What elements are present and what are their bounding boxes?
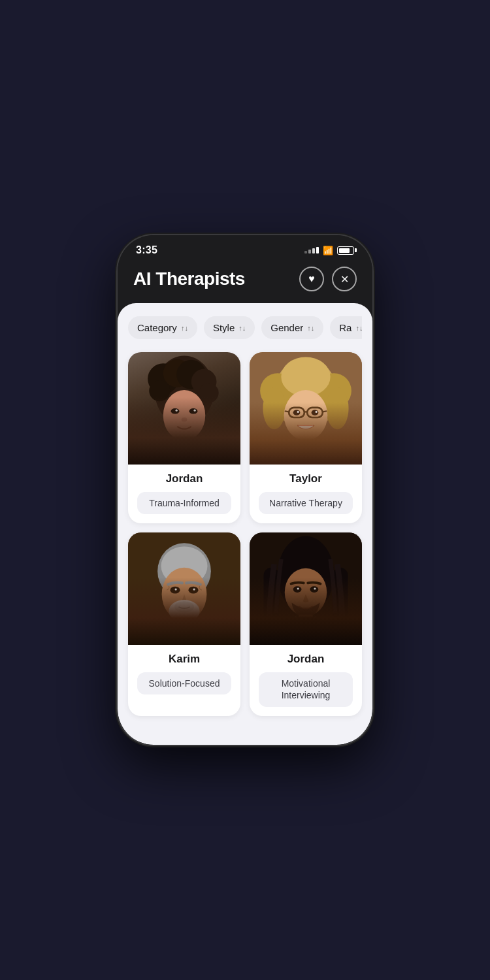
svg-point-50 bbox=[285, 568, 327, 616]
filter-style-label: Style bbox=[213, 322, 235, 333]
svg-point-37 bbox=[162, 568, 207, 621]
header: AI Therapists ♥ ✕ bbox=[118, 261, 372, 303]
svg-point-30 bbox=[297, 411, 299, 413]
svg-point-10 bbox=[176, 410, 178, 412]
therapist-info-karim: Karim Solution-Focused bbox=[128, 645, 240, 704]
close-icon: ✕ bbox=[340, 273, 349, 286]
therapist-name-jordan-f: Jordan bbox=[137, 472, 231, 485]
svg-point-36 bbox=[161, 547, 208, 586]
therapist-tag-jordan-m: Motivational Interviewing bbox=[259, 672, 353, 706]
therapist-name-taylor: Taylor bbox=[259, 472, 353, 485]
svg-point-29 bbox=[312, 410, 319, 416]
svg-point-20 bbox=[263, 387, 285, 430]
signal-icon bbox=[304, 247, 319, 253]
phone-inner: 3:35 📶 AI Therapists ♥ bbox=[118, 235, 372, 745]
header-actions: ♥ ✕ bbox=[299, 267, 357, 291]
therapist-photo-taylor bbox=[250, 352, 362, 465]
svg-rect-24 bbox=[307, 408, 323, 417]
therapist-info-jordan-m: Jordan Motivational Interviewing bbox=[250, 645, 362, 715]
filter-category-label: Category bbox=[137, 322, 177, 333]
svg-point-42 bbox=[169, 600, 199, 622]
therapist-card-taylor[interactable]: Taylor Narrative Therapy bbox=[250, 352, 362, 523]
therapist-tag-jordan-f: Trauma-Informed bbox=[137, 492, 231, 514]
svg-rect-32 bbox=[300, 438, 311, 448]
status-icons: 📶 bbox=[304, 246, 354, 255]
svg-point-56 bbox=[278, 627, 334, 645]
sort-icon-3: ↑↓ bbox=[307, 324, 314, 332]
status-time: 3:35 bbox=[136, 244, 157, 256]
face-svg-taylor bbox=[250, 352, 362, 465]
page-title: AI Therapists bbox=[133, 269, 245, 289]
svg-rect-55 bbox=[299, 615, 313, 625]
filter-gender[interactable]: Gender ↑↓ bbox=[261, 316, 323, 339]
svg-point-40 bbox=[174, 589, 176, 591]
filter-rating[interactable]: Ra ↑↓ bbox=[330, 316, 362, 339]
svg-point-31 bbox=[316, 411, 318, 413]
filter-rating-label: Ra bbox=[339, 322, 351, 333]
face-svg-karim bbox=[128, 532, 240, 645]
therapist-card-jordan-m[interactable]: Jordan Motivational Interviewing bbox=[250, 532, 362, 715]
svg-point-22 bbox=[284, 390, 328, 440]
svg-rect-44 bbox=[176, 619, 193, 629]
svg-point-8 bbox=[171, 408, 180, 414]
sort-icon-4: ↑↓ bbox=[355, 324, 362, 332]
therapist-photo-jordan-f bbox=[128, 352, 240, 465]
therapist-tag-karim: Solution-Focused bbox=[137, 672, 231, 694]
svg-point-54 bbox=[314, 588, 316, 590]
svg-point-28 bbox=[293, 410, 301, 416]
therapist-name-jordan-m: Jordan bbox=[259, 653, 353, 666]
svg-rect-23 bbox=[289, 408, 304, 417]
svg-point-45 bbox=[156, 627, 212, 645]
face-svg-jordan-f bbox=[128, 352, 240, 465]
filter-category[interactable]: Category ↑↓ bbox=[128, 316, 197, 339]
svg-point-39 bbox=[188, 587, 198, 594]
battery-icon bbox=[337, 246, 354, 255]
sort-icon-2: ↑↓ bbox=[238, 324, 246, 332]
svg-point-12 bbox=[182, 417, 188, 421]
therapist-grid: Jordan Trauma-Informed bbox=[128, 352, 362, 716]
svg-point-9 bbox=[189, 408, 198, 414]
filter-row: Category ↑↓ Style ↑↓ Gender ↑↓ Ra ↑↓ bbox=[128, 316, 362, 339]
svg-line-27 bbox=[323, 411, 327, 412]
close-button[interactable]: ✕ bbox=[332, 267, 357, 291]
phone-frame: 3:35 📶 AI Therapists ♥ bbox=[118, 235, 372, 745]
svg-point-33 bbox=[278, 445, 334, 465]
svg-point-52 bbox=[310, 586, 318, 593]
content-area: Category ↑↓ Style ↑↓ Gender ↑↓ Ra ↑↓ bbox=[118, 303, 372, 745]
svg-point-51 bbox=[293, 586, 302, 593]
svg-point-6 bbox=[199, 383, 219, 402]
svg-point-38 bbox=[171, 587, 180, 594]
svg-point-14 bbox=[157, 442, 211, 465]
therapist-card-jordan-f[interactable]: Jordan Trauma-Informed bbox=[128, 352, 240, 523]
svg-point-41 bbox=[193, 589, 195, 591]
svg-point-5 bbox=[149, 380, 170, 401]
favorite-button[interactable]: ♥ bbox=[299, 267, 324, 291]
face-svg-jordan-m bbox=[250, 532, 362, 645]
svg-point-7 bbox=[163, 390, 206, 440]
svg-rect-13 bbox=[178, 438, 189, 448]
svg-line-26 bbox=[285, 411, 289, 412]
svg-point-11 bbox=[194, 410, 196, 412]
therapist-photo-jordan-m bbox=[250, 532, 362, 645]
filter-style[interactable]: Style ↑↓ bbox=[204, 316, 255, 339]
sort-icon: ↑↓ bbox=[181, 324, 188, 332]
status-bar: 3:35 📶 bbox=[118, 235, 372, 261]
svg-point-53 bbox=[297, 588, 299, 590]
wifi-icon: 📶 bbox=[323, 246, 333, 255]
therapist-card-karim[interactable]: Karim Solution-Focused bbox=[128, 532, 240, 715]
heart-icon: ♥ bbox=[308, 273, 315, 285]
svg-point-43 bbox=[174, 602, 194, 613]
svg-point-21 bbox=[326, 387, 348, 430]
therapist-info-taylor: Taylor Narrative Therapy bbox=[250, 465, 362, 523]
therapist-tag-taylor: Narrative Therapy bbox=[259, 492, 353, 514]
therapist-info-jordan-f: Jordan Trauma-Informed bbox=[128, 465, 240, 523]
therapist-name-karim: Karim bbox=[137, 653, 231, 666]
filter-gender-label: Gender bbox=[270, 322, 303, 333]
therapist-photo-karim bbox=[128, 532, 240, 645]
